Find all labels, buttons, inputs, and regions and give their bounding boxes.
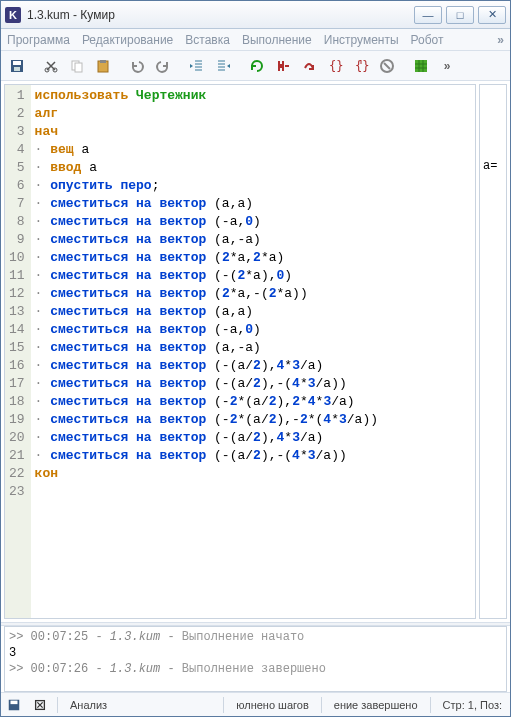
svg-rect-2 (14, 67, 20, 71)
menubar: Программа Редактирование Вставка Выполне… (1, 29, 510, 51)
code-line[interactable]: · сместиться на вектор (-a,0) (35, 321, 471, 339)
maximize-button[interactable]: □ (446, 6, 474, 24)
redo-icon[interactable] (151, 54, 175, 78)
line-number: 15 (9, 339, 25, 357)
paste-icon[interactable] (91, 54, 115, 78)
status-state: ение завершено (330, 699, 422, 711)
code-line[interactable]: · сместиться на вектор (-2*(a/2),2*4*3/a… (35, 393, 471, 411)
titlebar: K 1.3.kum - Кумир — □ ✕ (1, 1, 510, 29)
copy-icon[interactable] (65, 54, 89, 78)
code-line[interactable]: · сместиться на вектор (2*a,2*a) (35, 249, 471, 267)
code-line[interactable]: · сместиться на вектор (2*a,-(2*a)) (35, 285, 471, 303)
variables-pane: a= (479, 84, 507, 619)
stop-icon[interactable] (375, 54, 399, 78)
line-number: 8 (9, 213, 25, 231)
step-out-icon[interactable]: {} (349, 54, 373, 78)
line-number: 20 (9, 429, 25, 447)
code-line[interactable]: · сместиться на вектор (a,a) (35, 303, 471, 321)
svg-rect-8 (100, 60, 106, 63)
editor-container: 1234567891011121314151617181920212223 ис… (4, 84, 476, 619)
line-number: 13 (9, 303, 25, 321)
menu-overflow[interactable]: » (497, 33, 504, 47)
code-line[interactable]: · сместиться на вектор (-a,0) (35, 213, 471, 231)
line-number: 4 (9, 141, 25, 159)
app-window: K 1.3.kum - Кумир — □ ✕ Программа Редакт… (0, 0, 511, 717)
line-number: 7 (9, 195, 25, 213)
save-status-icon[interactable] (5, 696, 23, 714)
status-steps: юлнено шагов (232, 699, 313, 711)
cut-icon[interactable] (39, 54, 63, 78)
code-line[interactable]: · сместиться на вектор (-2*(a/2),-2*(4*3… (35, 411, 471, 429)
code-line[interactable]: · ввод a (35, 159, 471, 177)
menu-run[interactable]: Выполнение (242, 33, 312, 47)
menu-insert[interactable]: Вставка (185, 33, 230, 47)
code-content[interactable]: использовать Чертежникалгнач· вещ a· вво… (31, 85, 475, 618)
app-icon: K (5, 7, 21, 23)
svg-text:{}: {} (355, 59, 369, 73)
console-line: >> 00:07:26 - 1.3.kum - Выполнение завер… (9, 661, 502, 677)
line-number: 16 (9, 357, 25, 375)
code-line[interactable]: · вещ a (35, 141, 471, 159)
line-number: 2 (9, 105, 25, 123)
close-button[interactable]: ✕ (478, 6, 506, 24)
line-number: 23 (9, 483, 25, 501)
grid-icon[interactable] (409, 54, 433, 78)
minimize-button[interactable]: — (414, 6, 442, 24)
line-number: 19 (9, 411, 25, 429)
line-number: 12 (9, 285, 25, 303)
line-gutter: 1234567891011121314151617181920212223 (5, 85, 31, 618)
svg-rect-6 (75, 63, 82, 72)
status-position: Стр: 1, Поз: (439, 699, 506, 711)
toolbar-overflow[interactable]: » (435, 54, 459, 78)
output-console[interactable]: >> 00:07:25 - 1.3.kum - Выполнение начат… (4, 626, 507, 692)
code-editor[interactable]: 1234567891011121314151617181920212223 ис… (5, 85, 475, 618)
menu-program[interactable]: Программа (7, 33, 70, 47)
svg-text:{}: {} (329, 59, 343, 73)
menu-robot[interactable]: Робот (411, 33, 444, 47)
svg-rect-14 (11, 700, 18, 704)
line-number: 11 (9, 267, 25, 285)
error-status-icon[interactable] (31, 696, 49, 714)
toolbar: {} {} » (1, 51, 510, 81)
code-line[interactable]: алг (35, 105, 471, 123)
line-number: 21 (9, 447, 25, 465)
outdent-icon[interactable] (185, 54, 209, 78)
code-line[interactable] (35, 483, 471, 501)
code-line[interactable]: · опустить перо; (35, 177, 471, 195)
line-number: 17 (9, 375, 25, 393)
code-line[interactable]: · сместиться на вектор (-(2*a),0) (35, 267, 471, 285)
line-number: 6 (9, 177, 25, 195)
menu-edit[interactable]: Редактирование (82, 33, 173, 47)
line-number: 1 (9, 87, 25, 105)
indent-icon[interactable] (211, 54, 235, 78)
console-line: 3 (9, 645, 502, 661)
undo-icon[interactable] (125, 54, 149, 78)
code-line[interactable]: · сместиться на вектор (-(a/2),-(4*3/a)) (35, 447, 471, 465)
line-number: 14 (9, 321, 25, 339)
step-over-icon[interactable] (297, 54, 321, 78)
code-line[interactable]: · сместиться на вектор (-(a/2),4*3/a) (35, 357, 471, 375)
code-line[interactable]: · сместиться на вектор (a,-a) (35, 339, 471, 357)
code-line[interactable]: кон (35, 465, 471, 483)
code-line[interactable]: · сместиться на вектор (-(a/2),-(4*3/a)) (35, 375, 471, 393)
main-area: 1234567891011121314151617181920212223 ис… (1, 81, 510, 622)
step-icon[interactable] (271, 54, 295, 78)
code-line[interactable]: · сместиться на вектор (a,-a) (35, 231, 471, 249)
svg-rect-1 (13, 61, 21, 65)
line-number: 3 (9, 123, 25, 141)
save-icon[interactable] (5, 54, 29, 78)
code-line[interactable]: · сместиться на вектор (-(a/2),4*3/a) (35, 429, 471, 447)
code-line[interactable]: нач (35, 123, 471, 141)
statusbar: Анализ юлнено шагов ение завершено Стр: … (1, 692, 510, 716)
status-analysis: Анализ (66, 699, 215, 711)
window-title: 1.3.kum - Кумир (27, 8, 414, 22)
menu-tools[interactable]: Инструменты (324, 33, 399, 47)
run-icon[interactable] (245, 54, 269, 78)
code-line[interactable]: использовать Чертежник (35, 87, 471, 105)
line-number: 18 (9, 393, 25, 411)
code-line[interactable]: · сместиться на вектор (a,a) (35, 195, 471, 213)
line-number: 9 (9, 231, 25, 249)
console-line: >> 00:07:25 - 1.3.kum - Выполнение начат… (9, 629, 502, 645)
step-into-icon[interactable]: {} (323, 54, 347, 78)
line-number: 22 (9, 465, 25, 483)
